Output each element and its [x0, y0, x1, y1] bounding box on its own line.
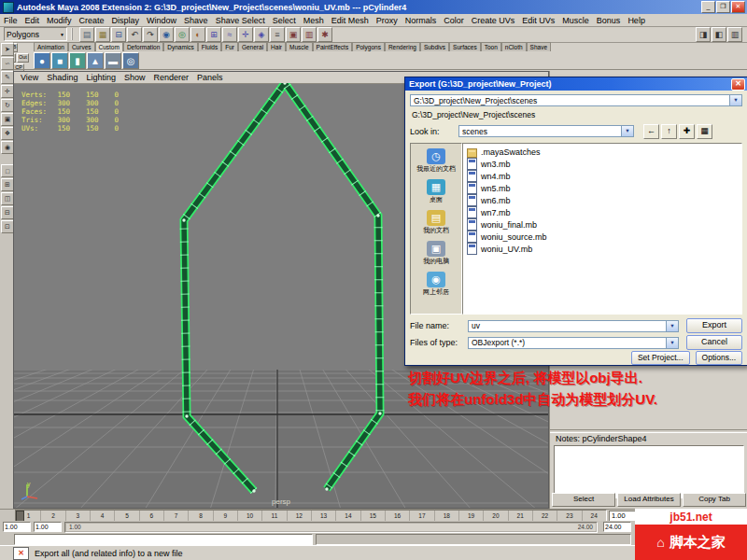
- status-icon[interactable]: ◐: [190, 27, 205, 42]
- status-icon[interactable]: ▣: [286, 27, 301, 42]
- layout-shortcut-icon[interactable]: ⊡: [1, 220, 14, 233]
- status-icon[interactable]: ▦: [95, 27, 110, 42]
- menu-item[interactable]: Color: [440, 16, 468, 25]
- file-list-item[interactable]: wn5.mb: [467, 182, 738, 194]
- animation-start-field[interactable]: 1.00: [34, 522, 62, 532]
- chevron-down-icon[interactable]: ▼: [729, 95, 741, 105]
- dialog-toolbar-icon[interactable]: ✚: [679, 124, 695, 139]
- cancel-button[interactable]: Cancel: [686, 335, 742, 350]
- panel-menu-item[interactable]: View: [21, 73, 38, 82]
- dialog-toolbar-icon[interactable]: ↑: [661, 124, 677, 139]
- places-item[interactable]: ▦ 桌面: [411, 179, 461, 203]
- places-item[interactable]: ▤ 我的文档: [411, 210, 461, 234]
- shelf-icon[interactable]: ▬: [105, 52, 121, 69]
- file-list-item[interactable]: woniu_UV.mb: [467, 243, 738, 255]
- layout-shortcut-icon[interactable]: ⊞: [1, 178, 14, 191]
- toolbox-tool-icon[interactable]: ∽: [1, 57, 14, 70]
- status-icon[interactable]: ↷: [143, 27, 158, 42]
- shelf-icon[interactable]: ▮: [69, 52, 86, 69]
- panel-splitter[interactable]: [550, 429, 747, 433]
- status-icon[interactable]: ⊟: [111, 27, 126, 42]
- shelf-tab[interactable]: Hair: [267, 42, 286, 51]
- notes-textarea[interactable]: [554, 445, 744, 498]
- shelf-tab[interactable]: Animation: [34, 42, 68, 51]
- toolbox-tool-icon[interactable]: ◉: [1, 141, 14, 154]
- shelf-icon[interactable]: ■: [51, 52, 68, 69]
- menu-item[interactable]: Bonus: [593, 16, 625, 25]
- shelf-tab[interactable]: Deformation: [123, 42, 163, 51]
- range-slider-handle[interactable]: 1.00 24.00: [66, 524, 596, 531]
- shelf-tab[interactable]: General: [238, 42, 267, 51]
- shelf-quick-button[interactable]: Out: [17, 53, 29, 63]
- panel-menu-item[interactable]: Lighting: [86, 73, 116, 82]
- places-item[interactable]: ◉ 网上邻居: [411, 272, 461, 296]
- menu-item[interactable]: Create UVs: [468, 16, 519, 25]
- shelf-tab[interactable]: Polygons: [352, 42, 385, 51]
- look-in-combo[interactable]: scenes ▼: [458, 125, 634, 137]
- file-list-item[interactable]: woniu_source.mb: [467, 231, 738, 243]
- menu-item[interactable]: Proxy: [373, 16, 402, 25]
- toolbox-tool-icon[interactable]: ❖: [1, 127, 14, 140]
- status-icon[interactable]: ≈: [222, 27, 237, 42]
- menu-item[interactable]: Edit: [21, 16, 44, 25]
- shelf-icon[interactable]: ●: [34, 52, 50, 69]
- shelf-tab[interactable]: Fur: [221, 42, 238, 51]
- layout-shortcut-icon[interactable]: □: [1, 164, 14, 177]
- menu-item[interactable]: Normals: [402, 16, 441, 25]
- menu-item[interactable]: Edit Mesh: [328, 16, 373, 25]
- menu-item[interactable]: Modify: [43, 16, 76, 25]
- menu-item[interactable]: Display: [108, 16, 144, 25]
- panel-toggle-icon[interactable]: ▥: [727, 27, 742, 42]
- places-item[interactable]: ▣ 我的电脑: [411, 241, 461, 265]
- shelf-icon[interactable]: ▲: [87, 52, 104, 69]
- chevron-down-icon[interactable]: ▼: [666, 321, 678, 331]
- shelf-icon[interactable]: ◎: [122, 52, 139, 69]
- status-icon[interactable]: ≡: [270, 27, 285, 42]
- panel-toggle-icon[interactable]: ◧: [712, 27, 726, 42]
- shelf-tab[interactable]: Curves: [68, 42, 95, 51]
- panel-menu-item[interactable]: Shading: [47, 73, 78, 82]
- playback-end-field[interactable]: 24.00: [603, 522, 631, 532]
- places-item[interactable]: ◷ 我最近的文档: [411, 148, 461, 173]
- export-button[interactable]: Export: [686, 318, 742, 333]
- minimize-button[interactable]: _: [701, 1, 715, 13]
- menu-item[interactable]: Help: [624, 16, 649, 25]
- command-input[interactable]: [14, 534, 313, 545]
- shelf-tab[interactable]: Custom: [95, 42, 123, 51]
- menu-item[interactable]: Window: [143, 16, 180, 25]
- status-icon[interactable]: ▥: [302, 27, 317, 42]
- toolbar-separator[interactable]: [71, 28, 76, 40]
- file-list-item[interactable]: woniu_final.mb: [467, 218, 738, 231]
- dialog-toolbar-icon[interactable]: ←: [643, 124, 659, 139]
- chevron-down-icon[interactable]: ▼: [666, 338, 678, 348]
- menu-set-selector[interactable]: Polygons ▼: [4, 27, 67, 41]
- range-slider-track[interactable]: 1.00 24.00: [64, 522, 598, 533]
- file-list[interactable]: .mayaSwatches wn3.mb wn4.mb wn5.: [462, 143, 742, 315]
- menu-item[interactable]: Edit UVs: [518, 16, 558, 25]
- file-name-input[interactable]: uv ▼: [468, 320, 679, 332]
- shelf-tab[interactable]: Rendering: [385, 42, 420, 51]
- project-path-combo[interactable]: G:\3D_project\New_Project\scenes ▼: [410, 94, 742, 106]
- file-list-item[interactable]: .mayaSwatches: [467, 146, 738, 158]
- export-dialog-titlebar[interactable]: Export (G:\3D_project\New_Project) ✕: [405, 77, 747, 91]
- toolbox-tool-icon[interactable]: ✎: [1, 71, 14, 84]
- status-icon[interactable]: ✱: [317, 27, 332, 42]
- maximize-button[interactable]: ❐: [716, 1, 730, 13]
- attribute-editor-button[interactable]: Load Attributes: [617, 493, 681, 507]
- attribute-editor-button[interactable]: Copy Tab: [683, 493, 746, 507]
- shelf-tab[interactable]: PaintEffects: [313, 42, 353, 51]
- panel-menu-item[interactable]: Show: [124, 73, 146, 82]
- file-list-item[interactable]: wn3.mb: [467, 158, 738, 170]
- menu-item[interactable]: Select: [269, 16, 300, 25]
- file-list-item[interactable]: wn7.mb: [467, 206, 738, 218]
- dialog-close-icon[interactable]: ✕: [731, 78, 745, 91]
- toolbox-tool-icon[interactable]: ✛: [1, 85, 14, 98]
- toolbox-tool-icon[interactable]: ➤: [1, 43, 14, 56]
- layout-shortcut-icon[interactable]: ⊟: [1, 206, 14, 219]
- panel-menu-item[interactable]: Renderer: [153, 73, 189, 82]
- file-list-item[interactable]: wn4.mb: [467, 170, 738, 182]
- file-list-item[interactable]: wn6.mb: [467, 194, 738, 206]
- menu-item[interactable]: Shave Select: [212, 16, 269, 25]
- shelf-tab[interactable]: Muscle: [286, 42, 313, 51]
- options-button[interactable]: Options...: [696, 351, 742, 365]
